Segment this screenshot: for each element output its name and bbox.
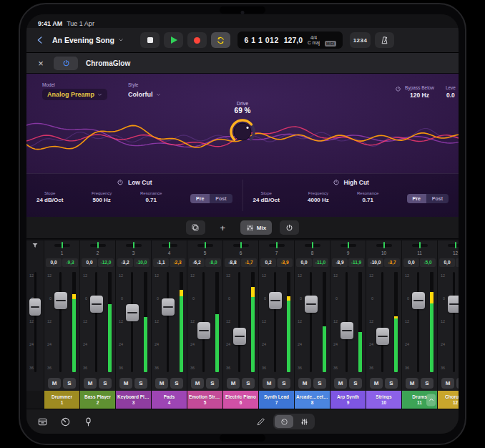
cycle-button[interactable] — [211, 32, 230, 48]
controls-icon[interactable] — [60, 417, 71, 427]
solo-button[interactable]: S — [206, 378, 219, 389]
solo-button[interactable]: S — [349, 378, 362, 389]
solo-button[interactable]: S — [278, 378, 290, 389]
frequency-control[interactable]: Frequency 500 Hz — [92, 191, 112, 203]
track-name-cell[interactable]: Synth Lead 7 — [259, 391, 294, 409]
back-button[interactable] — [34, 32, 46, 48]
pan-control[interactable] — [162, 244, 177, 247]
post-button[interactable]: Post — [210, 194, 232, 203]
mute-button[interactable]: M — [370, 378, 383, 389]
pan-control[interactable] — [412, 244, 428, 247]
track-name-cell[interactable]: Bass Player 2 — [80, 391, 115, 409]
record-button[interactable] — [187, 32, 207, 48]
pan-control[interactable] — [197, 244, 213, 247]
pan-control[interactable] — [269, 244, 285, 247]
mute-button[interactable]: M — [84, 378, 97, 389]
power-icon[interactable] — [117, 179, 124, 186]
frequency-control[interactable]: Frequency 4000 Hz — [308, 191, 329, 203]
solo-button[interactable]: S — [63, 378, 76, 389]
solo-button[interactable]: S — [456, 378, 459, 389]
track-name-cell[interactable]: Drums 11 — [402, 391, 437, 409]
lcd-display[interactable]: 6 1 1 012 127,0 4/4 C maj MIDI — [237, 31, 342, 49]
stop-button[interactable] — [140, 32, 160, 48]
mute-button[interactable]: M — [227, 378, 240, 389]
filter-icon[interactable] — [31, 242, 39, 249]
mute-button[interactable]: M — [406, 378, 418, 389]
track-name-cell[interactable]: Pads 4 — [152, 391, 187, 409]
slope-control[interactable]: Slope 24 dB/Oct — [253, 191, 280, 203]
resonance-control[interactable]: Resonance 0.71 — [140, 191, 162, 203]
close-plugin-button[interactable]: × — [36, 59, 46, 68]
fader-handle[interactable] — [448, 296, 459, 313]
fader-handle[interactable] — [162, 298, 175, 316]
pan-control[interactable] — [126, 244, 142, 247]
level-control[interactable]: Leve 0.0 — [446, 85, 456, 99]
fader-handle[interactable] — [29, 298, 41, 316]
mute-button[interactable]: M — [155, 378, 168, 389]
count-in-button[interactable]: 1234 — [350, 32, 371, 48]
solo-button[interactable]: S — [421, 378, 433, 389]
solo-button[interactable]: S — [170, 378, 183, 389]
track-name-cell[interactable]: Arp Synth 9 — [330, 391, 366, 409]
fader-handle[interactable] — [54, 292, 67, 309]
drive-knob[interactable] — [227, 117, 258, 147]
model-dropdown[interactable]: Model Analog Preamp — [42, 82, 107, 100]
fader-handle[interactable] — [90, 296, 103, 313]
mute-button[interactable]: M — [441, 378, 454, 389]
mute-button[interactable]: M — [119, 378, 132, 389]
style-dropdown[interactable]: Style Colorful — [128, 82, 161, 100]
mute-button[interactable]: M — [191, 378, 204, 389]
mix-view-button[interactable]: Mix — [240, 220, 272, 235]
mixer-view-button[interactable] — [295, 415, 313, 428]
pan-control[interactable] — [305, 244, 320, 247]
pan-control[interactable] — [233, 244, 249, 247]
post-button[interactable]: Post — [426, 194, 449, 203]
fader-handle[interactable] — [305, 296, 318, 313]
solo-button[interactable]: S — [385, 378, 398, 389]
browser-icon[interactable] — [37, 417, 48, 427]
fader-handle[interactable] — [126, 304, 139, 321]
collapse-stack-button[interactable] — [426, 394, 436, 406]
master-name-cell[interactable] — [26, 391, 44, 409]
solo-button[interactable]: S — [242, 378, 255, 389]
pan-control[interactable] — [448, 244, 459, 247]
fader-handle[interactable] — [233, 328, 246, 345]
mute-button[interactable]: M — [48, 378, 61, 389]
plugin-view-button[interactable] — [275, 415, 293, 428]
pencil-icon[interactable] — [256, 417, 265, 427]
mute-button[interactable]: M — [334, 378, 347, 389]
fader-handle[interactable] — [412, 292, 425, 309]
track-name-cell[interactable]: Emotion Strings 5 — [187, 391, 222, 409]
track-name-cell[interactable]: Drummer 1 — [44, 391, 79, 409]
pan-control[interactable] — [90, 244, 106, 247]
fader-handle[interactable] — [376, 328, 389, 345]
track-name-cell[interactable]: Electric Piano 6 — [223, 391, 258, 409]
mute-button[interactable]: M — [298, 378, 311, 389]
pan-control[interactable] — [376, 244, 392, 247]
power-icon[interactable] — [333, 179, 340, 186]
slope-control[interactable]: Slope 24 dB/Oct — [36, 191, 63, 203]
pan-control[interactable] — [341, 244, 356, 247]
metronome-button[interactable] — [375, 32, 394, 48]
resonance-control[interactable]: Resonance 0.71 — [357, 191, 378, 203]
solo-button[interactable]: S — [313, 378, 326, 389]
track-name-cell[interactable]: Arcade…eet Pad 8 — [295, 391, 330, 409]
song-title-menu[interactable]: An Evening Song — [52, 36, 124, 44]
play-button[interactable] — [164, 32, 183, 48]
bypass-below-control[interactable]: Bypass Below 120 Hz — [395, 85, 434, 99]
fader-handle[interactable] — [197, 322, 210, 339]
duplicate-button[interactable] — [186, 220, 205, 235]
pre-button[interactable]: Pre — [407, 194, 426, 203]
track-name-cell[interactable]: Chorus V 12 — [438, 391, 459, 409]
solo-button[interactable]: S — [99, 378, 112, 389]
add-track-button[interactable]: + — [213, 220, 232, 235]
track-name-cell[interactable]: Strings 10 — [366, 391, 401, 409]
connector-icon[interactable] — [83, 417, 94, 427]
mixer-power-button[interactable] — [280, 220, 299, 235]
pan-control[interactable] — [54, 244, 70, 247]
track-name-cell[interactable]: Keyboard Player 3 — [116, 391, 151, 409]
plugin-power-button[interactable] — [54, 57, 78, 70]
fader-handle[interactable] — [341, 322, 353, 339]
pre-button[interactable]: Pre — [190, 194, 210, 203]
solo-button[interactable]: S — [134, 378, 147, 389]
